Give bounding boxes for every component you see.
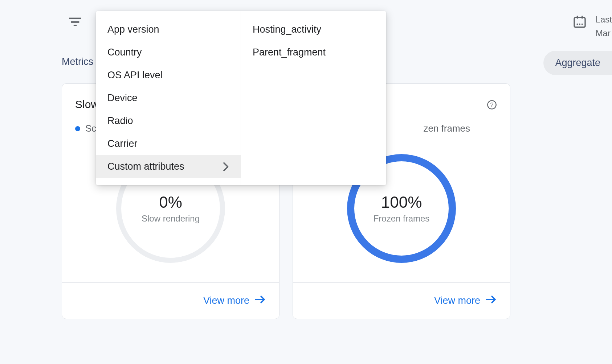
metrics-heading: Metrics — [62, 56, 93, 67]
aggregate-toggle[interactable]: Aggregate — [543, 51, 612, 75]
svg-rect-3 — [574, 17, 585, 27]
legend-text: zen frames — [423, 123, 470, 134]
svg-point-8 — [581, 24, 583, 25]
dropdown-item-country[interactable]: Country — [96, 41, 241, 64]
svg-point-6 — [576, 24, 578, 25]
svg-rect-5 — [582, 16, 583, 18]
dropdown-item-app-version[interactable]: App version — [96, 18, 241, 41]
dropdown-item-label: Custom attributes — [107, 161, 184, 172]
chevron-right-icon — [223, 162, 229, 171]
view-more-button[interactable]: View more — [434, 295, 497, 306]
date-line2: Mar — [596, 28, 612, 38]
dropdown-item-carrier[interactable]: Carrier — [96, 132, 241, 155]
gauge-label: Slow rendering — [142, 214, 200, 224]
view-more-label: View more — [203, 295, 249, 306]
dropdown-item-hosting-activity[interactable]: Hosting_activity — [241, 18, 386, 41]
view-more-button[interactable]: View more — [203, 295, 266, 306]
svg-text:?: ? — [490, 102, 493, 108]
svg-rect-2 — [74, 25, 77, 26]
date-line1: Last — [596, 15, 612, 25]
dropdown-item-os-api-level[interactable]: OS API level — [96, 64, 241, 87]
svg-rect-0 — [69, 18, 81, 19]
svg-rect-4 — [576, 16, 578, 18]
svg-rect-1 — [71, 21, 79, 23]
gauge-label: Frozen frames — [374, 214, 430, 224]
help-icon[interactable]: ? — [487, 100, 497, 112]
gauge-value: 100% — [381, 193, 422, 211]
gauge-value: 0% — [159, 193, 182, 211]
dropdown-item-radio[interactable]: Radio — [96, 109, 241, 132]
dropdown-item-parent-fragment[interactable]: Parent_fragment — [241, 41, 386, 64]
svg-point-7 — [579, 24, 580, 25]
filter-dropdown: App version Country OS API level Device … — [96, 11, 386, 185]
calendar-icon — [572, 15, 587, 30]
arrow-right-icon — [486, 295, 497, 306]
dropdown-item-device[interactable]: Device — [96, 87, 241, 109]
view-more-label: View more — [434, 295, 480, 306]
filter-icon[interactable] — [69, 17, 81, 26]
date-range[interactable]: Last Mar — [572, 15, 612, 38]
dropdown-item-custom-attributes[interactable]: Custom attributes — [96, 155, 241, 178]
arrow-right-icon — [255, 295, 266, 306]
legend-dot-icon — [75, 126, 80, 131]
